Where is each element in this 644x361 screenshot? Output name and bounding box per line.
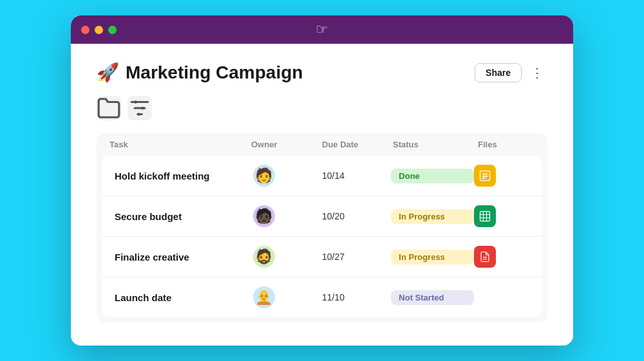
avatar: 🧑 — [253, 165, 275, 187]
task-name: Finalize creative — [115, 252, 253, 263]
folder-button[interactable] — [97, 96, 121, 120]
col-owner: Owner — [251, 140, 322, 149]
page-header: 🚀 Marketing Campaign Share ⋮ — [97, 62, 547, 83]
due-date: 11/10 — [322, 292, 391, 302]
table-body: Hold kickoff meeting 🧑 10/14 Done — [102, 156, 542, 317]
page-title: Marketing Campaign — [126, 62, 303, 83]
table-row: Secure budget 🧑🏿 10/20 In Progress — [102, 196, 542, 237]
title-group: 🚀 Marketing Campaign — [97, 62, 303, 83]
svg-rect-10 — [480, 212, 490, 221]
more-button[interactable]: ⋮ — [527, 62, 547, 83]
status-badge: Done — [391, 169, 474, 183]
avatar: 🧔 — [253, 246, 275, 268]
col-files: Files — [478, 140, 535, 149]
due-date: 10/27 — [322, 252, 391, 262]
share-button[interactable]: Share — [475, 63, 522, 82]
file-icon[interactable] — [474, 205, 496, 227]
svg-point-5 — [137, 113, 140, 116]
status-badge: In Progress — [391, 250, 474, 264]
status-badge: In Progress — [391, 209, 474, 224]
svg-point-3 — [134, 100, 137, 104]
maximize-button[interactable] — [108, 26, 117, 34]
col-due-date: Due Date — [322, 140, 393, 149]
filter-button[interactable] — [128, 96, 152, 120]
header-actions: Share ⋮ — [475, 62, 547, 83]
svg-rect-7 — [482, 174, 488, 175]
avatar: 🧑🏿 — [253, 205, 275, 227]
folder-icon — [97, 96, 121, 120]
minimize-button[interactable] — [95, 26, 103, 34]
titlebar: ☞ — [71, 15, 573, 44]
traffic-lights — [81, 26, 117, 34]
avatar: 🧑‍🦲 — [253, 286, 275, 308]
task-name: Secure budget — [115, 211, 253, 222]
due-date: 10/20 — [322, 211, 391, 221]
file-icon[interactable] — [474, 165, 496, 187]
due-date: 10/14 — [322, 171, 391, 181]
app-window: ☞ 🚀 Marketing Campaign Share ⋮ — [71, 15, 573, 346]
svg-rect-8 — [482, 176, 488, 177]
svg-point-4 — [141, 107, 144, 110]
col-task: Task — [109, 140, 251, 149]
close-button[interactable] — [81, 26, 90, 34]
table-row: Launch date 🧑‍🦲 11/10 Not Started — [102, 277, 542, 317]
file-icon[interactable] — [474, 246, 496, 268]
toolbar — [97, 96, 547, 120]
svg-rect-9 — [482, 178, 486, 179]
task-name: Hold kickoff meeting — [115, 171, 253, 181]
status-badge: Not Started — [391, 290, 474, 305]
filter-icon — [128, 96, 152, 120]
main-content: 🚀 Marketing Campaign Share ⋮ — [71, 44, 573, 346]
table-row: Finalize creative 🧔 10/27 In Progress — [102, 237, 542, 277]
col-status: Status — [393, 140, 478, 149]
table-row: Hold kickoff meeting 🧑 10/14 Done — [102, 156, 542, 196]
title-emoji: 🚀 — [97, 62, 119, 83]
task-table: Task Owner Due Date Status Files Hold ki… — [97, 133, 547, 322]
cursor-icon: ☞ — [316, 21, 328, 38]
table-header: Task Owner Due Date Status Files — [97, 133, 547, 156]
task-name: Launch date — [115, 292, 253, 303]
